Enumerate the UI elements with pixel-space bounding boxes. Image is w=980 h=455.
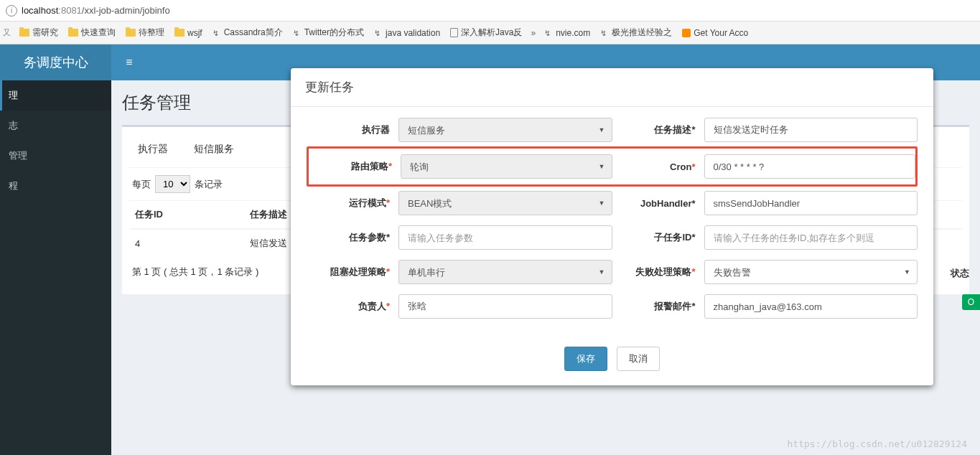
block-select[interactable]: 单机串行 — [398, 260, 612, 284]
bookmark-item[interactable]: ↯java validation — [370, 25, 444, 41]
bookmark-bar: 又 需研究快速查询待整理wsjf↯Cassandra简介↯Twitter的分布式… — [0, 22, 980, 44]
route-row-highlighted: 路由策略* 轮询 Cron* — [307, 146, 918, 187]
bookmark-item[interactable]: ↯极光推送经验之 — [596, 24, 676, 42]
bookmark-item[interactable]: ↯Cassandra简介 — [208, 24, 287, 42]
folder-icon — [19, 29, 29, 37]
bookmark-label: Cassandra简介 — [224, 27, 283, 39]
url-host: localhost — [22, 5, 58, 16]
link-icon: ↯ — [600, 29, 609, 37]
info-icon: i — [6, 5, 17, 17]
cron-label: Cron* — [612, 161, 704, 172]
handler-input[interactable] — [704, 191, 918, 215]
child-label: 子任务ID* — [612, 231, 704, 244]
fail-label: 失败处理策略* — [612, 266, 704, 278]
owner-input[interactable] — [398, 294, 612, 319]
bookmark-item[interactable]: 深入解析Java反 — [446, 24, 526, 42]
bookmark-label: 需研究 — [32, 27, 58, 39]
bookmark-label: Twitter的分布式 — [304, 27, 364, 39]
bookmark-label: 深入解析Java反 — [461, 27, 522, 39]
modal-footer: 保存 取消 — [291, 336, 933, 385]
bookmark-item[interactable]: 需研究 — [15, 24, 62, 42]
bookmark-label: 快速查询 — [81, 27, 116, 39]
link-icon: ↯ — [213, 29, 221, 37]
bookmark-label: Get Your Acco — [694, 28, 748, 38]
route-label: 路由策略* — [309, 160, 401, 173]
save-button[interactable]: 保存 — [564, 347, 607, 371]
desc-input[interactable] — [704, 118, 918, 142]
desc-label: 任务描述* — [612, 123, 704, 136]
cancel-button[interactable]: 取消 — [617, 347, 660, 371]
watermark: https://blog.csdn.net/u012829124 — [788, 438, 967, 449]
doc-icon — [450, 28, 458, 37]
bookmark-label: nvie.com — [556, 28, 590, 38]
bookmark-left-edge: 又 — [3, 27, 11, 38]
bookmark-item[interactable]: ↯Twitter的分布式 — [289, 24, 368, 42]
bookmark-label: 待整理 — [139, 27, 164, 39]
link-icon: ↯ — [374, 29, 383, 37]
email-input[interactable] — [704, 294, 918, 319]
child-input[interactable] — [704, 225, 918, 250]
bookmark-item[interactable]: Get Your Acco — [678, 25, 752, 41]
chevrons-icon: » — [528, 28, 538, 38]
params-label: 任务参数* — [307, 231, 398, 244]
folder-icon — [126, 29, 136, 37]
executor-select[interactable]: 短信服务 — [398, 118, 612, 142]
mode-label: 运行模式* — [307, 197, 398, 210]
owner-label: 负责人* — [307, 300, 398, 313]
folder-icon — [68, 29, 78, 37]
route-select[interactable]: 轮询 — [401, 154, 612, 179]
bookmark-item[interactable]: ↯nvie.com — [540, 25, 594, 41]
folder-icon — [174, 29, 185, 37]
url-bar: i localhost:8081/xxl-job-admin/jobinfo — [0, 0, 980, 22]
executor-label: 执行器 — [307, 123, 398, 136]
bookmark-label: 极光推送经验之 — [612, 27, 672, 39]
mode-select[interactable]: BEAN模式 — [398, 191, 612, 215]
modal-body: 执行器 短信服务 任务描述* 路由策略* 轮询 Cron* 运行模式* BEAN… — [291, 107, 933, 336]
bookmark-item[interactable]: 快速查询 — [64, 24, 120, 42]
url-path: /xxl-job-admin/jobinfo — [82, 5, 170, 16]
handler-label: JobHandler* — [612, 198, 704, 209]
bookmark-item[interactable]: 待整理 — [121, 24, 169, 42]
email-label: 报警邮件* — [612, 300, 704, 313]
cron-input[interactable] — [704, 154, 916, 179]
link-icon: ↯ — [544, 29, 553, 37]
link-icon: ↯ — [293, 29, 302, 37]
orange-icon — [682, 29, 691, 37]
bookmark-label: java validation — [386, 28, 440, 38]
params-input[interactable] — [398, 225, 612, 250]
fail-select[interactable]: 失败告警 — [704, 260, 918, 284]
block-label: 阻塞处理策略* — [307, 266, 398, 278]
bookmark-label: wsjf — [187, 28, 202, 38]
bookmark-item[interactable]: wsjf — [170, 25, 207, 41]
modal-title: 更新任务 — [291, 68, 933, 107]
url-port: :8081 — [58, 5, 82, 16]
update-task-modal: 更新任务 执行器 短信服务 任务描述* 路由策略* 轮询 Cron* — [291, 68, 933, 385]
